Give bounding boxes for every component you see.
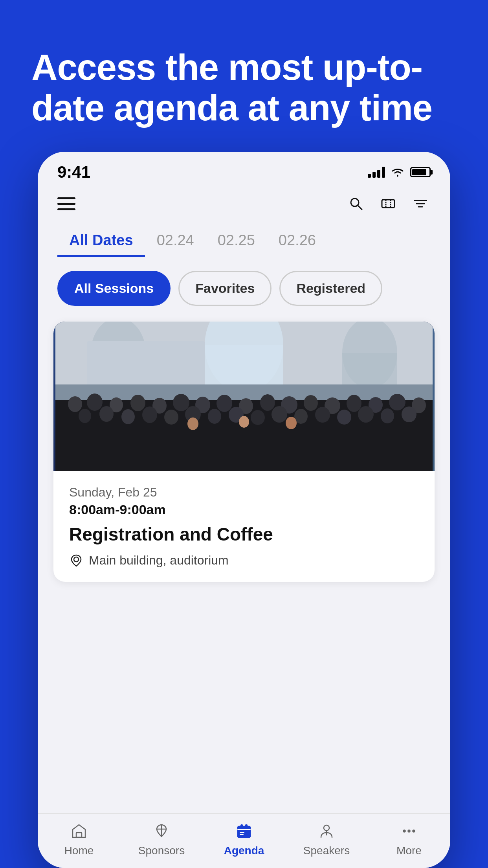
date-tabs: All Dates 02.24 02.25 02.26 — [38, 222, 450, 257]
svg-point-36 — [79, 409, 91, 423]
svg-point-42 — [208, 409, 221, 424]
tab-more-label: More — [396, 844, 422, 857]
session-image — [53, 322, 435, 471]
svg-point-39 — [142, 406, 157, 423]
svg-point-63 — [324, 825, 329, 831]
filter-all-sessions[interactable]: All Sessions — [57, 271, 171, 306]
svg-point-40 — [164, 410, 178, 425]
svg-point-54 — [286, 417, 297, 429]
svg-point-45 — [272, 406, 287, 423]
sponsors-icon — [151, 821, 172, 841]
status-icons — [368, 167, 431, 178]
home-icon — [69, 821, 89, 841]
hero-title: Access the most up-to-date agenda at any… — [31, 47, 457, 128]
tab-sponsors-label: Sponsors — [138, 844, 185, 857]
tab-date-0226[interactable]: 02.26 — [267, 226, 328, 257]
svg-rect-56 — [76, 833, 82, 837]
svg-point-55 — [74, 557, 79, 562]
svg-point-53 — [239, 416, 249, 428]
hamburger-menu-button[interactable] — [57, 197, 75, 210]
tab-more[interactable]: More — [382, 821, 437, 857]
status-time: 9:41 — [57, 163, 90, 182]
tab-speakers[interactable]: Speakers — [299, 821, 354, 857]
svg-point-30 — [304, 395, 318, 411]
search-button[interactable] — [346, 193, 366, 214]
svg-line-1 — [358, 206, 362, 210]
header-actions — [346, 193, 431, 214]
session-title: Registration and Coffee — [69, 524, 419, 545]
tab-home-label: Home — [64, 844, 94, 857]
svg-point-49 — [358, 406, 374, 423]
svg-point-38 — [121, 409, 135, 424]
svg-rect-59 — [241, 825, 242, 828]
agenda-icon — [234, 821, 254, 841]
speakers-icon — [316, 821, 337, 841]
svg-rect-57 — [238, 826, 250, 837]
svg-point-51 — [402, 406, 416, 422]
filter-button[interactable] — [410, 193, 431, 214]
battery-icon — [410, 167, 431, 177]
status-bar: 9:41 — [38, 152, 450, 186]
svg-point-24 — [173, 394, 189, 411]
tab-home[interactable]: Home — [51, 821, 106, 857]
location-text: Main building, auditorium — [89, 553, 229, 568]
tab-agenda[interactable]: Agenda — [216, 821, 272, 857]
svg-rect-16 — [87, 341, 205, 388]
tab-speakers-label: Speakers — [303, 844, 350, 857]
signal-icon — [368, 167, 385, 178]
session-info: Sunday, Feb 25 8:00am-9:00am Registratio… — [53, 471, 435, 582]
svg-point-66 — [413, 830, 415, 832]
wifi-icon — [391, 167, 405, 178]
svg-point-19 — [68, 396, 82, 412]
svg-point-52 — [187, 417, 198, 430]
session-date: Sunday, Feb 25 — [69, 485, 419, 500]
tab-bar: Home Sponsors — [38, 813, 450, 868]
svg-point-32 — [347, 395, 361, 412]
svg-point-37 — [99, 406, 114, 422]
filter-favorites[interactable]: Favorites — [178, 271, 272, 306]
svg-point-22 — [130, 395, 145, 411]
tab-agenda-label: Agenda — [224, 844, 264, 857]
svg-point-44 — [251, 410, 265, 425]
svg-rect-60 — [246, 825, 247, 828]
sessions-list: Sunday, Feb 25 8:00am-9:00am Registratio… — [38, 314, 450, 813]
tab-date-0225[interactable]: 02.25 — [206, 226, 267, 257]
svg-point-65 — [408, 830, 410, 832]
svg-point-26 — [216, 395, 232, 412]
ticket-button[interactable] — [378, 193, 398, 214]
svg-point-34 — [389, 394, 405, 410]
tab-all-dates[interactable]: All Dates — [57, 226, 145, 257]
app-header — [38, 186, 450, 222]
svg-rect-2 — [382, 200, 394, 208]
session-card[interactable]: Sunday, Feb 25 8:00am-9:00am Registratio… — [53, 322, 435, 582]
svg-point-28 — [260, 394, 275, 411]
session-location: Main building, auditorium — [69, 553, 419, 568]
svg-point-64 — [404, 830, 405, 832]
location-icon — [69, 554, 83, 568]
more-icon — [399, 821, 419, 841]
tab-sponsors[interactable]: Sponsors — [134, 821, 189, 857]
svg-point-20 — [87, 394, 103, 411]
phone-mockup: 9:41 — [38, 152, 450, 868]
session-time: 8:00am-9:00am — [69, 502, 419, 517]
session-filters: All Sessions Favorites Registered — [38, 257, 450, 314]
hero-section: Access the most up-to-date agenda at any… — [0, 0, 488, 152]
svg-point-48 — [337, 410, 351, 425]
tab-date-0224[interactable]: 02.24 — [145, 226, 206, 257]
svg-point-47 — [315, 407, 330, 423]
filter-registered[interactable]: Registered — [279, 271, 382, 306]
svg-point-50 — [381, 408, 394, 423]
